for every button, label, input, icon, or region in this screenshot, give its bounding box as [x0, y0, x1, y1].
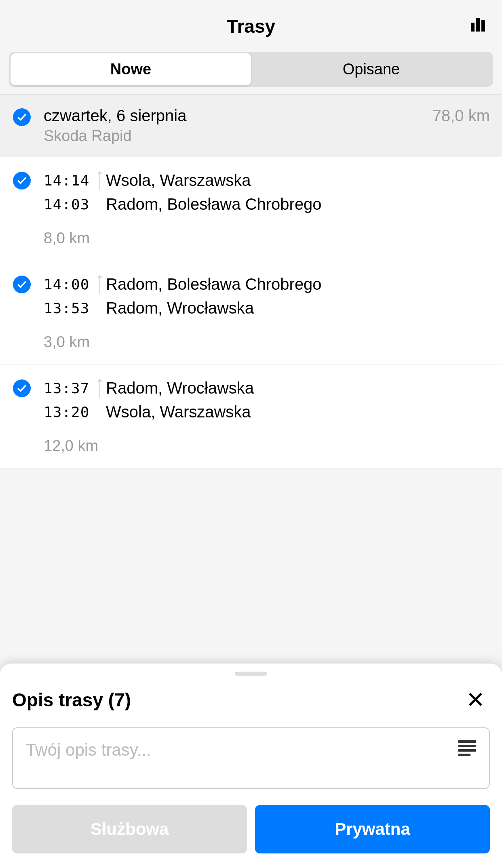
trip-row[interactable]: 14:00 Radom, Bolesława Chrobrego 13:53 R…	[0, 261, 502, 365]
business-button[interactable]: Służbowa	[12, 805, 247, 853]
bar-chart-icon[interactable]	[471, 15, 485, 32]
close-icon[interactable]: ✕	[461, 687, 490, 713]
trip-end-place: Wsola, Warszawska	[106, 171, 251, 190]
tab-described[interactable]: Opisane	[251, 53, 491, 85]
trip-end-time: 13:37	[44, 380, 94, 396]
input-placeholder: Twój opis trasy...	[26, 740, 151, 760]
trip-start-time: 14:03	[44, 196, 94, 213]
arrow-up-icon	[94, 274, 106, 294]
trip-start-place: Radom, Bolesława Chrobrego	[106, 195, 322, 213]
trip-end-place: Radom, Wrocławska	[106, 379, 254, 397]
segmented-control: Nowe Opisane	[9, 52, 493, 87]
check-icon[interactable]	[13, 172, 31, 190]
group-date: czwartek, 6 sierpnia	[44, 107, 432, 125]
trip-end-time: 14:14	[44, 172, 94, 189]
day-group-header[interactable]: czwartek, 6 sierpnia Skoda Rapid 78,0 km	[0, 95, 502, 157]
bottom-sheet: Opis trasy (7) ✕ Twój opis trasy... Służ…	[0, 664, 502, 868]
trip-distance: 3,0 km	[44, 333, 490, 351]
group-vehicle: Skoda Rapid	[44, 127, 432, 145]
description-input[interactable]: Twój opis trasy...	[12, 727, 490, 789]
trip-start-place: Wsola, Warszawska	[106, 403, 251, 421]
text-lines-icon[interactable]	[458, 740, 476, 756]
tab-new[interactable]: Nowe	[11, 53, 251, 85]
trip-end-place: Radom, Bolesława Chrobrego	[106, 275, 322, 293]
arrow-up-icon	[94, 378, 106, 398]
check-icon[interactable]	[13, 379, 31, 397]
trip-start-time: 13:20	[44, 404, 94, 420]
trip-start-place: Radom, Wrocławska	[106, 299, 254, 317]
trip-end-time: 14:00	[44, 276, 94, 293]
arrow-up-icon	[94, 170, 106, 190]
check-icon[interactable]	[13, 276, 31, 293]
sheet-title: Opis trasy (7)	[12, 689, 131, 711]
private-button[interactable]: Prywatna	[255, 805, 490, 853]
check-icon[interactable]	[13, 108, 31, 126]
trip-row[interactable]: 14:14 Wsola, Warszawska 14:03 Radom, Bol…	[0, 157, 502, 261]
page-title: Trasy	[227, 15, 275, 37]
drag-handle[interactable]	[235, 672, 267, 676]
trip-distance: 12,0 km	[44, 437, 490, 455]
trip-start-time: 13:53	[44, 300, 94, 316]
trip-row[interactable]: 13:37 Radom, Wrocławska 13:20 Wsola, War…	[0, 365, 502, 469]
group-distance: 78,0 km	[432, 107, 490, 125]
trip-distance: 8,0 km	[44, 230, 490, 247]
trip-list: czwartek, 6 sierpnia Skoda Rapid 78,0 km…	[0, 94, 502, 469]
